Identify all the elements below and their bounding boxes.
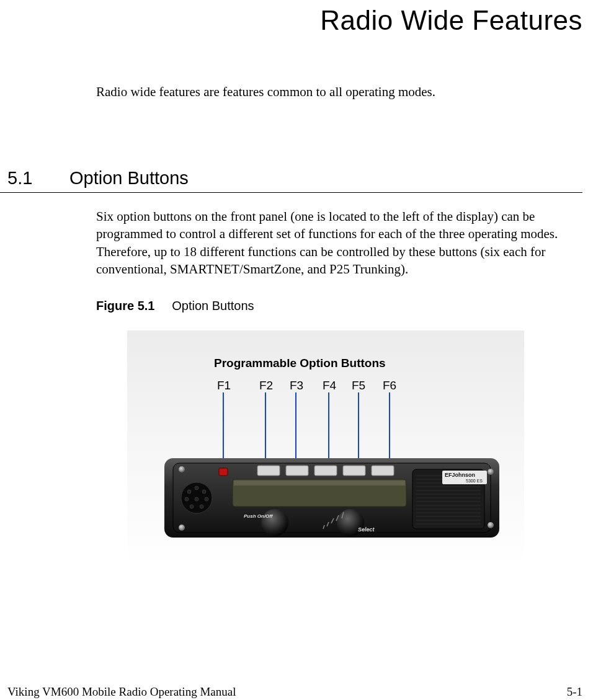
svg-rect-24 bbox=[257, 466, 280, 476]
svg-rect-28 bbox=[372, 466, 394, 476]
svg-point-17 bbox=[202, 490, 206, 494]
chapter-title: Radio Wide Features bbox=[0, 5, 582, 36]
svg-point-19 bbox=[205, 497, 208, 501]
radio-unit: Push On/Off Select bbox=[164, 454, 499, 547]
svg-rect-26 bbox=[314, 466, 337, 476]
svg-rect-23 bbox=[219, 468, 228, 476]
svg-point-21 bbox=[200, 505, 203, 508]
section-body: Six option buttons on the front panel (o… bbox=[96, 208, 582, 278]
svg-point-18 bbox=[185, 497, 189, 501]
section-heading: 5.1 Option Buttons bbox=[7, 168, 606, 188]
section-number: 5.1 bbox=[7, 168, 69, 188]
svg-rect-30 bbox=[234, 481, 405, 485]
radio-brand: EFJohnson bbox=[445, 472, 475, 478]
page-footer: Viking VM600 Mobile Radio Operating Manu… bbox=[7, 685, 582, 699]
figure-illustration: Programmable Option Buttons F1 F2 F3 F4 … bbox=[127, 330, 524, 566]
footer-left: Viking VM600 Mobile Radio Operating Manu… bbox=[7, 685, 236, 699]
svg-point-16 bbox=[187, 490, 191, 494]
svg-point-55 bbox=[179, 525, 185, 531]
svg-point-54 bbox=[179, 466, 185, 472]
svg-point-56 bbox=[488, 469, 494, 475]
knob-right-label: Select bbox=[358, 526, 375, 533]
figure-caption: Figure 5.1 Option Buttons bbox=[96, 299, 606, 313]
figure-number: Figure 5.1 bbox=[96, 299, 154, 312]
footer-page-number: 5-1 bbox=[567, 685, 582, 699]
svg-point-57 bbox=[488, 522, 494, 528]
svg-point-15 bbox=[195, 486, 198, 490]
knob-left-label: Push On/Off bbox=[244, 513, 274, 519]
section-title: Option Buttons bbox=[69, 168, 189, 188]
section-divider bbox=[0, 192, 582, 193]
radio-model: 5300 ES bbox=[466, 479, 483, 483]
svg-rect-27 bbox=[343, 466, 365, 476]
svg-point-20 bbox=[190, 505, 194, 508]
svg-rect-25 bbox=[286, 466, 308, 476]
option-button-row bbox=[257, 466, 394, 476]
intro-paragraph: Radio wide features are features common … bbox=[96, 84, 574, 100]
svg-point-22 bbox=[195, 497, 198, 501]
figure-title: Option Buttons bbox=[172, 299, 254, 312]
